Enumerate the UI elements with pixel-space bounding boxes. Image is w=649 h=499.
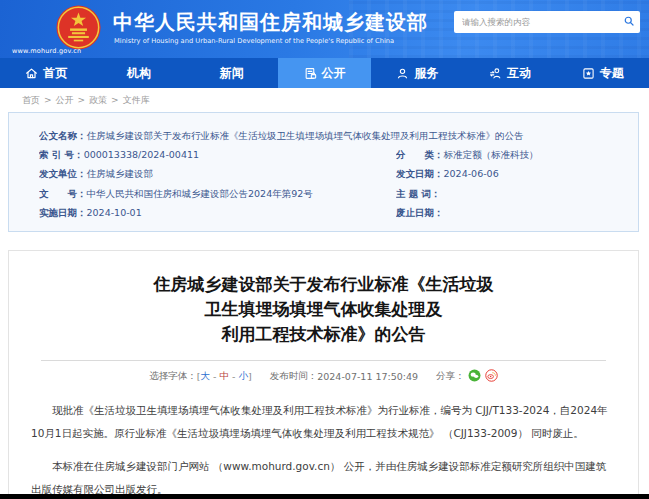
article-title-line3: 利用工程技术标准》的公告 bbox=[9, 322, 638, 347]
screen-bottom-edge bbox=[0, 494, 649, 499]
article-title-line2: 卫生填埋场填埋气体收集处理及 bbox=[9, 297, 638, 322]
meta-category: 分 类：标准定额（标准科技） bbox=[396, 145, 622, 164]
nav-item-interaction[interactable]: 互动 bbox=[464, 58, 557, 88]
meta-label: 发文日期： bbox=[396, 168, 444, 179]
meta-doc-name-label: 公文名称： bbox=[39, 130, 87, 141]
article-toolbar: 选择字体：[大 - 中 - 小] 发布时间：2024-07-11 17:50:4… bbox=[9, 369, 638, 384]
nav-label: 专题 bbox=[600, 65, 624, 82]
font-size-medium-button[interactable]: 中 bbox=[220, 370, 230, 383]
search-input[interactable] bbox=[454, 17, 618, 27]
meta-value: 000013338/2024-00411 bbox=[84, 149, 199, 160]
page: www.mohurd.gov.cn 中华人民共和国住房和城乡建设部 Minist… bbox=[0, 0, 649, 499]
meta-label: 发文单位： bbox=[39, 168, 87, 179]
interaction-icon bbox=[489, 67, 502, 80]
meta-label: 索 引 号： bbox=[39, 149, 84, 160]
document-meta-panel: 公文名称：住房城乡建设部关于发布行业标准《生活垃圾卫生填埋场填埋气体收集处理及利… bbox=[8, 112, 639, 232]
site-title-english: Ministry of Housing and Urban-Rural Deve… bbox=[114, 37, 394, 45]
site-header: www.mohurd.gov.cn 中华人民共和国住房和城乡建设部 Minist… bbox=[0, 0, 649, 58]
wechat-share-icon[interactable] bbox=[468, 369, 481, 384]
breadcrumb-home[interactable]: 首页 bbox=[22, 95, 40, 105]
nav-label: 互动 bbox=[507, 65, 531, 82]
nav-label: 公开 bbox=[322, 65, 346, 82]
meta-subject-words: 主 题 词： bbox=[396, 184, 622, 203]
nav-item-topics[interactable]: 专题 bbox=[556, 58, 649, 88]
publish-time-label: 发布时间： bbox=[270, 370, 318, 383]
meta-issue-date: 发文日期：2024-06-06 bbox=[396, 164, 622, 183]
article-paragraph: 现批准《生活垃圾卫生填埋场填埋气体收集处理及利用工程技术标准》为行业标准，编号为… bbox=[31, 399, 616, 445]
main-navigation: 首页 机构 新闻 公开 服务 bbox=[0, 58, 649, 88]
meta-label: 实施日期： bbox=[39, 207, 87, 218]
meta-value: 2024-06-06 bbox=[444, 168, 499, 179]
nav-item-org[interactable]: 机构 bbox=[93, 58, 186, 88]
nav-item-home[interactable]: 首页 bbox=[0, 58, 93, 88]
font-size-dash: - bbox=[210, 371, 219, 382]
search-icon bbox=[623, 15, 635, 30]
meta-label: 文 号： bbox=[39, 188, 87, 199]
nav-item-public[interactable]: 公开 bbox=[278, 58, 371, 88]
breadcrumb-separator: > bbox=[111, 95, 119, 105]
title-divider bbox=[41, 360, 606, 361]
nav-item-services[interactable]: 服务 bbox=[371, 58, 464, 88]
nav-label: 首页 bbox=[43, 65, 67, 82]
star-icon bbox=[582, 67, 595, 80]
share-buttons bbox=[468, 369, 498, 384]
meta-value: 住房城乡建设部 bbox=[87, 168, 154, 179]
nav-label: 机构 bbox=[127, 65, 151, 82]
meta-value: 中华人民共和国住房和城乡建设部公告2024年第92号 bbox=[87, 188, 313, 199]
meta-value: 标准定额（标准科技） bbox=[444, 149, 539, 160]
home-icon bbox=[25, 67, 38, 80]
breadcrumb: 首页>公开>政策>文件库 bbox=[22, 88, 150, 112]
article-title-line1: 住房城乡建设部关于发布行业标准《生活垃圾 bbox=[9, 272, 638, 297]
share-label: 分享： bbox=[436, 370, 465, 383]
user-icon bbox=[396, 67, 409, 80]
article-title: 住房城乡建设部关于发布行业标准《生活垃圾 卫生填埋场填埋气体收集处理及 利用工程… bbox=[9, 272, 638, 347]
meta-value: 2024-10-01 bbox=[87, 207, 142, 218]
font-size-bracket: ] bbox=[248, 371, 252, 382]
meta-label: 废止日期： bbox=[396, 207, 444, 218]
meta-doc-name-value: 住房城乡建设部关于发布行业标准《生活垃圾卫生填埋场填埋气体收集处理及利用工程技术… bbox=[87, 130, 524, 141]
search-box bbox=[454, 11, 640, 33]
meta-doc-name: 公文名称：住房城乡建设部关于发布行业标准《生活垃圾卫生填埋场填埋气体收集处理及利… bbox=[39, 126, 622, 145]
article-body: 现批准《生活垃圾卫生填埋场填埋气体收集处理及利用工程技术标准》为行业标准，编号为… bbox=[31, 399, 616, 499]
meta-repeal-date: 废止日期： bbox=[396, 203, 622, 222]
national-emblem-icon bbox=[56, 5, 101, 50]
breadcrumb-separator: > bbox=[44, 95, 52, 105]
site-title: 中华人民共和国住房和城乡建设部 bbox=[113, 9, 428, 36]
meta-issuing-unit: 发文单位：住房城乡建设部 bbox=[39, 164, 396, 183]
document-icon bbox=[304, 67, 317, 80]
meta-doc-number: 文 号：中华人民共和国住房和城乡建设部公告2024年第92号 bbox=[39, 184, 396, 203]
meta-index-number: 索 引 号：000013338/2024-00411 bbox=[39, 145, 396, 164]
nav-item-news[interactable]: 新闻 bbox=[185, 58, 278, 88]
breadcrumb-public[interactable]: 公开 bbox=[56, 95, 74, 105]
search-button[interactable] bbox=[618, 11, 640, 33]
font-size-label: 选择字体： bbox=[149, 370, 197, 383]
nav-label: 服务 bbox=[414, 65, 438, 82]
article-paragraph: 本标准在住房城乡建设部门户网站 （www.mohurd.gov.cn） 公开，并… bbox=[31, 455, 616, 499]
meta-label: 分 类： bbox=[396, 149, 444, 160]
breadcrumb-policy[interactable]: 政策 bbox=[89, 95, 107, 105]
meta-effective-date: 实施日期：2024-10-01 bbox=[39, 203, 396, 222]
font-size-small-button[interactable]: 小 bbox=[239, 370, 249, 383]
nav-label: 新闻 bbox=[220, 65, 244, 82]
font-size-dash: - bbox=[229, 371, 238, 382]
meta-label: 主 题 词： bbox=[396, 188, 441, 199]
weibo-share-icon[interactable] bbox=[485, 369, 498, 384]
publish-time-value: 2024-07-11 17:50:49 bbox=[317, 371, 418, 382]
breadcrumb-separator: > bbox=[78, 95, 86, 105]
font-size-large-button[interactable]: 大 bbox=[201, 370, 211, 383]
site-url: www.mohurd.gov.cn bbox=[12, 47, 81, 55]
article-panel: 住房城乡建设部关于发布行业标准《生活垃圾 卫生填埋场填埋气体收集处理及 利用工程… bbox=[8, 250, 639, 499]
breadcrumb-library[interactable]: 文件库 bbox=[123, 95, 150, 105]
